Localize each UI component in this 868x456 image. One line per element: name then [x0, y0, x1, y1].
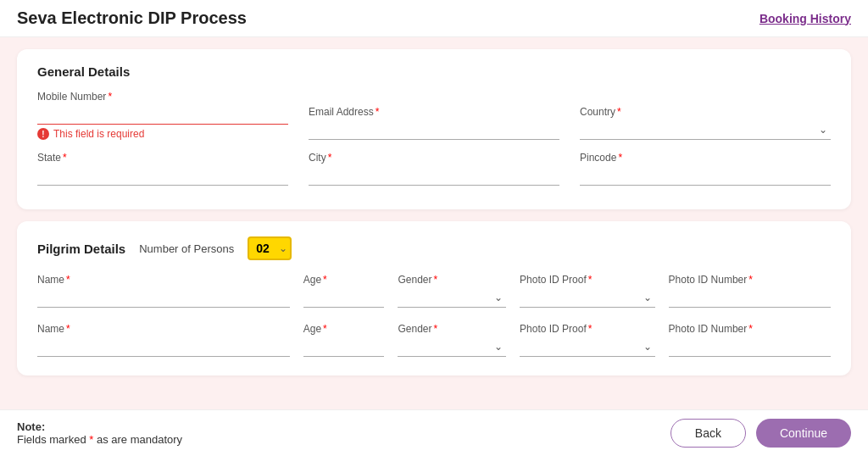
country-label: Country*: [580, 106, 831, 118]
note-text: Fields marked: [17, 433, 86, 446]
general-details-row1: Mobile Number* ! This field is required …: [37, 91, 831, 140]
general-details-row2: State* City* Pincode*: [37, 152, 831, 186]
pilgrim1-age-group: Age*: [303, 274, 385, 308]
email-address-input[interactable]: [309, 120, 559, 140]
country-group: Country* India ⌄: [580, 106, 831, 140]
pilgrim2-photo-proof-group: Photo ID Proof* Aadhaar Passport Voter I…: [520, 323, 655, 357]
pilgrim1-photo-proof-group: Photo ID Proof* Aadhaar Passport Voter I…: [520, 274, 655, 308]
country-select-wrapper: India ⌄: [580, 120, 831, 140]
note-text2: as are mandatory: [97, 433, 182, 446]
pilgrim2-name-label: Name*: [37, 323, 290, 335]
state-group: State*: [37, 152, 288, 186]
note-label: Note:: [17, 420, 45, 433]
mobile-error-message: ! This field is required: [37, 128, 288, 140]
pilgrim1-name-input[interactable]: [37, 287, 290, 308]
pilgrim2-gender-group: Gender* Male Female ⌄: [398, 323, 506, 357]
pilgrim1-photo-number-label: Photo ID Number*: [669, 274, 831, 286]
pilgrim1-name-label: Name*: [37, 274, 290, 286]
pilgrim1-photo-proof-label: Photo ID Proof*: [520, 274, 655, 286]
number-of-persons-label: Number of Persons: [139, 242, 234, 255]
pilgrim1-photo-proof-select-wrapper: Aadhaar Passport Voter ID ⌄: [520, 287, 655, 308]
mobile-number-group: Mobile Number* ! This field is required: [37, 91, 288, 140]
pilgrim1-photo-number-input[interactable]: [669, 287, 831, 308]
email-address-label: Email Address*: [309, 106, 559, 118]
pilgrim1-age-label: Age*: [303, 274, 385, 286]
pilgrim1-photo-proof-select[interactable]: Aadhaar Passport Voter ID: [520, 287, 655, 308]
main-content: General Details Mobile Number* ! This fi…: [0, 37, 868, 387]
city-group: City*: [309, 152, 559, 186]
pilgrim2-gender-select-wrapper: Male Female ⌄: [398, 336, 506, 357]
app-title: Seva Electronic DIP Process: [17, 8, 247, 28]
pilgrim2-name-group: Name*: [37, 323, 290, 357]
pilgrim2-name-input[interactable]: [37, 336, 290, 357]
general-details-card: General Details Mobile Number* ! This fi…: [17, 49, 851, 209]
note-star: *: [89, 433, 97, 446]
pilgrim2-age-group: Age*: [303, 323, 385, 357]
state-label: State*: [37, 152, 288, 164]
footer-buttons: Back Continue: [670, 419, 851, 448]
pilgrim1-gender-label: Gender*: [398, 274, 506, 286]
pilgrim-details-card: Pilgrim Details Number of Persons 01 02 …: [17, 221, 851, 375]
pincode-label: Pincode*: [580, 152, 831, 164]
country-select[interactable]: India: [580, 120, 831, 140]
pilgrim2-age-input[interactable]: [303, 336, 385, 357]
pilgrim2-age-label: Age*: [303, 323, 385, 335]
mobile-number-input[interactable]: [37, 104, 288, 125]
back-button[interactable]: Back: [670, 419, 746, 448]
pilgrim-header: Pilgrim Details Number of Persons 01 02 …: [37, 236, 831, 260]
pilgrim2-photo-number-label: Photo ID Number*: [669, 323, 831, 335]
general-details-title: General Details: [37, 64, 831, 79]
continue-button[interactable]: Continue: [756, 419, 851, 448]
email-address-group: Email Address*: [309, 106, 559, 140]
pilgrim1-gender-group: Gender* Male Female ⌄: [398, 274, 506, 308]
pilgrim2-gender-select[interactable]: Male Female: [398, 336, 506, 357]
persons-select-wrapper: 01 02 03 04 05 ⌄: [248, 236, 292, 260]
pilgrim-row-1: Name* Age* Gender* Male Female: [37, 274, 831, 308]
city-label: City*: [309, 152, 559, 164]
pincode-group: Pincode*: [580, 152, 831, 186]
pilgrim2-photo-proof-select-wrapper: Aadhaar Passport Voter ID ⌄: [520, 336, 655, 357]
pilgrim2-photo-proof-label: Photo ID Proof*: [520, 323, 655, 335]
booking-history-link[interactable]: Booking History: [760, 12, 851, 25]
state-input[interactable]: [37, 165, 288, 186]
mobile-number-label: Mobile Number*: [37, 91, 288, 103]
pincode-input[interactable]: [580, 165, 831, 186]
note-section: Note: Fields marked * as are mandatory: [17, 420, 182, 446]
pilgrim1-photo-number-group: Photo ID Number*: [669, 274, 831, 308]
pilgrim2-photo-proof-select[interactable]: Aadhaar Passport Voter ID: [520, 336, 655, 357]
city-input[interactable]: [309, 165, 559, 186]
persons-select[interactable]: 01 02 03 04 05: [248, 236, 292, 260]
pilgrim2-photo-number-input[interactable]: [669, 336, 831, 357]
pilgrim1-name-group: Name*: [37, 274, 290, 308]
pilgrim2-gender-label: Gender*: [398, 323, 506, 335]
header: Seva Electronic DIP Process Booking Hist…: [0, 0, 868, 37]
pilgrim-row-2: Name* Age* Gender* Male Female: [37, 323, 831, 357]
pilgrim-details-title: Pilgrim Details: [37, 242, 125, 256]
pilgrim1-age-input[interactable]: [303, 287, 385, 308]
pilgrim1-gender-select-wrapper: Male Female ⌄: [398, 287, 506, 308]
pilgrim1-gender-select[interactable]: Male Female: [398, 287, 506, 308]
error-icon: !: [37, 128, 49, 140]
pilgrim2-photo-number-group: Photo ID Number*: [669, 323, 831, 357]
footer: Note: Fields marked * as are mandatory B…: [0, 409, 868, 456]
